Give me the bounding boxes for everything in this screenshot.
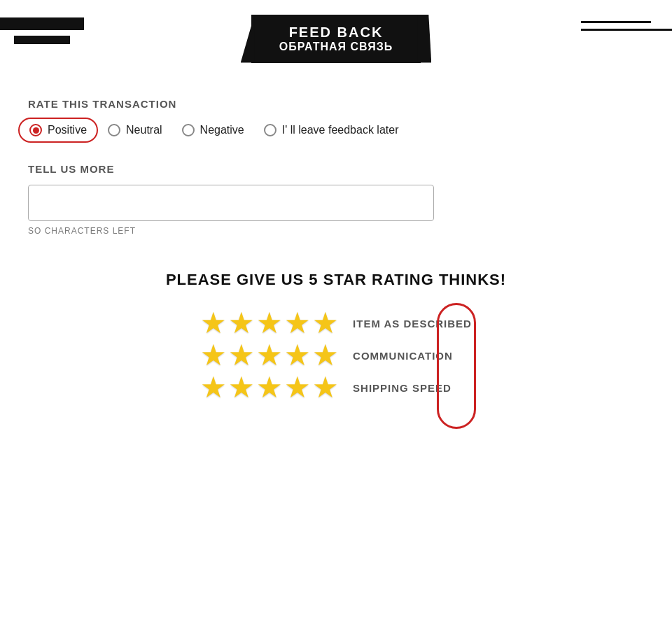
star-item-5[interactable]: ★ <box>312 309 339 338</box>
star-comm-4[interactable]: ★ <box>284 341 311 370</box>
radio-neutral[interactable]: Neutral <box>108 124 162 136</box>
star-label-comm: COMMUNICATION <box>353 350 453 362</box>
star-row-stars-ship: ★ ★ ★ ★ ★ <box>200 373 339 402</box>
main-content: RATE THIS TRANSACTION Positive Neutral N… <box>0 77 672 423</box>
radio-label-positive: Positive <box>48 124 87 136</box>
deco-left <box>0 0 84 44</box>
radio-label-later: I' ll leave feedback later <box>282 124 399 136</box>
star-row-stars-item: ★ ★ ★ ★ ★ <box>200 309 339 338</box>
star-rating-section: PLEASE GIVE US 5 STAR RATING THINKS! ★ ★… <box>28 271 644 402</box>
star-ship-2[interactable]: ★ <box>228 373 255 402</box>
star-ship-3[interactable]: ★ <box>256 373 283 402</box>
star-row-comm: ★ ★ ★ ★ ★ COMMUNICATION <box>200 341 472 370</box>
radio-circle-later <box>264 124 276 136</box>
star-ship-5[interactable]: ★ <box>312 373 339 402</box>
star-item-1[interactable]: ★ <box>200 309 227 338</box>
tell-us-input[interactable] <box>28 185 434 221</box>
star-item-2[interactable]: ★ <box>228 309 255 338</box>
star-ship-1[interactable]: ★ <box>200 373 227 402</box>
deco-bar-right-1 <box>581 21 651 23</box>
radio-label-negative: Negative <box>200 124 244 136</box>
title-line1: FEED BACK <box>279 24 393 41</box>
deco-bar-1 <box>0 17 84 30</box>
star-row-ship: ★ ★ ★ ★ ★ SHIPPING SPEED <box>200 373 472 402</box>
radio-circle-positive <box>29 124 42 136</box>
deco-bar-2 <box>14 36 70 44</box>
star-label-item: ITEM AS DESCRIBED <box>353 318 472 330</box>
tell-us-label: TELL US MORE <box>28 163 644 175</box>
deco-right <box>581 0 672 31</box>
title-line2: ОБРАТНАЯ СВЯЗЬ <box>279 41 393 53</box>
radio-circle-negative <box>182 124 195 136</box>
page-container: FEED BACK ОБРАТНАЯ СВЯЗЬ RATE THIS TRANS… <box>0 0 672 636</box>
star-ship-4[interactable]: ★ <box>284 373 311 402</box>
star-comm-3[interactable]: ★ <box>256 341 283 370</box>
radio-label-neutral: Neutral <box>126 124 162 136</box>
radio-positive[interactable]: Positive <box>18 118 98 143</box>
star-section-title: PLEASE GIVE US 5 STAR RATING THINKS! <box>28 271 644 289</box>
rating-options: Positive Neutral Negative I' ll leave fe… <box>28 122 644 138</box>
stars-wrapper: ★ ★ ★ ★ ★ ITEM AS DESCRIBED ★ ★ ★ ★ <box>200 309 472 402</box>
star-item-3[interactable]: ★ <box>256 309 283 338</box>
rate-section-label: RATE THIS TRANSACTION <box>28 98 644 110</box>
star-comm-1[interactable]: ★ <box>200 341 227 370</box>
radio-dot-positive <box>33 127 39 134</box>
header-area: FEED BACK ОБРАТНАЯ СВЯЗЬ <box>0 0 672 77</box>
star-item-4[interactable]: ★ <box>284 309 311 338</box>
star-comm-2[interactable]: ★ <box>228 341 255 370</box>
deco-bar-right-2 <box>581 29 672 31</box>
radio-circle-neutral <box>108 124 120 136</box>
radio-negative[interactable]: Negative <box>182 124 244 136</box>
chars-left: SO CHARACTERS LEFT <box>28 226 644 236</box>
star-row-item: ★ ★ ★ ★ ★ ITEM AS DESCRIBED <box>200 309 472 338</box>
star-row-stars-comm: ★ ★ ★ ★ ★ <box>200 341 339 370</box>
star-label-ship: SHIPPING SPEED <box>353 382 451 394</box>
title-banner: FEED BACK ОБРАТНАЯ СВЯЗЬ <box>251 15 421 63</box>
radio-later[interactable]: I' ll leave feedback later <box>264 124 399 136</box>
star-comm-5[interactable]: ★ <box>312 341 339 370</box>
